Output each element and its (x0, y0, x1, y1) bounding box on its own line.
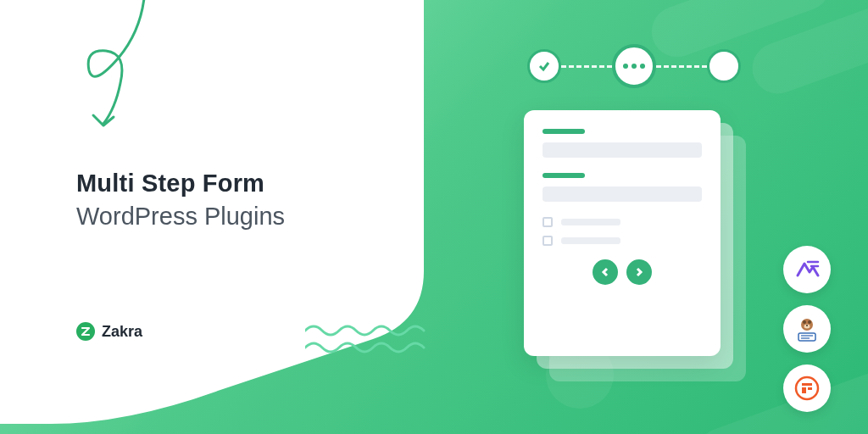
prev-button[interactable] (593, 259, 618, 285)
text-field (542, 186, 702, 202)
svg-rect-13 (808, 387, 812, 390)
hero-banner: Multi Step Form WordPress Plugins Zakra (0, 0, 868, 434)
plugin-icon-everest-forms (783, 246, 831, 293)
progress-stepper (527, 44, 741, 88)
plugin-icon-wpforms (783, 305, 831, 353)
checkbox-label (561, 219, 620, 225)
brand-name: Zakra (102, 323, 142, 341)
chevron-right-icon (634, 267, 644, 277)
brand-logo-icon (76, 322, 95, 341)
svg-point-10 (796, 377, 818, 399)
svg-point-6 (806, 325, 808, 326)
checkbox-row (542, 236, 702, 246)
svg-point-4 (808, 320, 811, 324)
form-card (524, 110, 721, 356)
next-button[interactable] (626, 259, 652, 285)
checkbox-row (542, 217, 702, 227)
svg-rect-11 (802, 383, 812, 386)
ellipsis-icon (623, 64, 645, 69)
field-label (542, 173, 585, 178)
checkbox-icon (542, 236, 553, 246)
headline: Multi Step Form WordPress Plugins (76, 170, 285, 231)
field-label (542, 129, 585, 134)
form-nav (542, 259, 702, 285)
plugin-icons (783, 246, 831, 412)
svg-point-3 (803, 320, 806, 324)
step-node-done (527, 49, 561, 83)
step-node-pending (707, 49, 741, 83)
step-node-active (612, 44, 656, 88)
svg-rect-12 (802, 387, 806, 393)
wave-divider-icon (305, 322, 441, 359)
headline-subtitle: WordPress Plugins (76, 203, 285, 231)
headline-title: Multi Step Form (76, 170, 285, 198)
text-field (542, 142, 702, 158)
step-connector (656, 65, 707, 68)
checkbox-icon (542, 217, 553, 227)
chevron-left-icon (600, 267, 610, 277)
plugin-icon-formidable (783, 364, 831, 412)
step-connector (561, 65, 612, 68)
svg-rect-7 (798, 333, 815, 341)
curly-arrow-icon (42, 0, 170, 142)
brand: Zakra (76, 322, 142, 341)
checkbox-label (561, 237, 620, 244)
